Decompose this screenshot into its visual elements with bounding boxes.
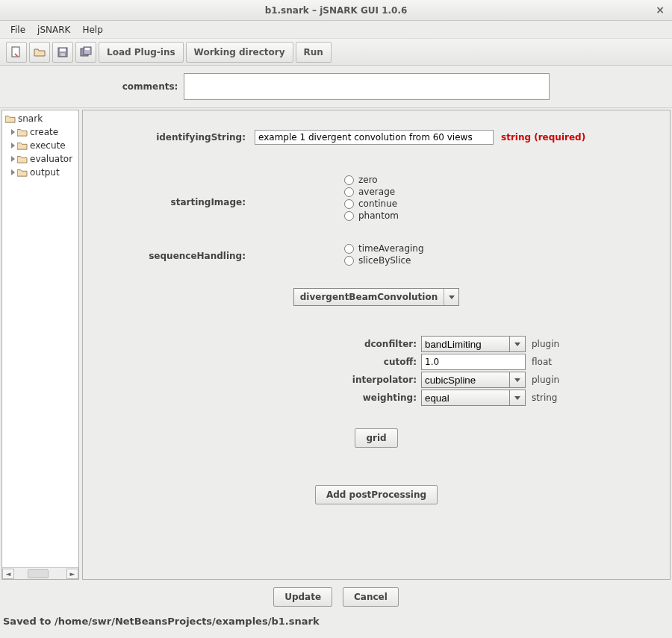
chevron-down-icon — [509, 390, 526, 406]
chevron-down-icon — [444, 289, 458, 305]
save-button[interactable] — [52, 42, 73, 63]
menu-help[interactable]: Help — [78, 23, 107, 37]
save-icon — [57, 46, 69, 58]
radio-time-averaging[interactable]: timeAveraging — [344, 243, 424, 254]
identifying-string-input[interactable] — [255, 130, 494, 145]
starting-image-group: zero average continue phantom — [344, 175, 399, 221]
menu-file[interactable]: File — [6, 23, 30, 37]
title-bar: b1.snark – jSNARK GUI 1.0.6 × — [0, 0, 672, 21]
svg-rect-6 — [85, 48, 90, 50]
weighting-label: weighting: — [182, 393, 421, 403]
expand-icon — [11, 129, 15, 135]
menu-jsnark[interactable]: jSNARK — [33, 23, 75, 37]
new-file-button[interactable] — [6, 42, 27, 63]
tree-item-create[interactable]: create — [4, 125, 77, 139]
radio-zero[interactable]: zero — [344, 175, 399, 185]
tree-pane: snark create execute evaluator output — [1, 110, 79, 580]
comments-row: comments: — [0, 66, 672, 107]
folder-icon — [17, 141, 28, 150]
radio-slice-by-slice[interactable]: sliceBySlice — [344, 255, 424, 266]
grid-button[interactable]: grid — [355, 428, 397, 448]
folder-icon — [17, 128, 28, 137]
save-as-button[interactable] — [75, 42, 96, 63]
tree-item-output[interactable]: output — [4, 166, 77, 179]
folder-icon — [5, 114, 16, 123]
weighting-select[interactable]: equal — [421, 390, 526, 406]
sequence-handling-group: timeAveraging sliceBySlice — [344, 243, 424, 266]
save-as-icon — [80, 46, 92, 58]
sequence-handling-label: sequenceHandling: — [90, 243, 255, 261]
working-directory-button[interactable]: Working directory — [186, 42, 293, 63]
chevron-down-icon — [509, 372, 526, 388]
folder-icon — [17, 168, 28, 177]
expand-icon — [11, 143, 15, 148]
chevron-down-icon — [509, 336, 526, 352]
dconfilter-type: plugin — [526, 339, 570, 349]
main-split: snark create execute evaluator output — [0, 107, 672, 581]
menu-bar: File jSNARK Help — [0, 21, 672, 39]
tree-item-execute[interactable]: execute — [4, 139, 77, 152]
radio-continue[interactable]: continue — [344, 198, 399, 209]
interpolator-select[interactable]: cubicSpline — [421, 372, 526, 388]
cutoff-input[interactable] — [421, 354, 526, 370]
tree-root[interactable]: snark — [4, 112, 77, 125]
interpolator-type: plugin — [526, 375, 570, 385]
toolbar: Load Plug-ins Working directory Run — [0, 39, 672, 66]
update-button[interactable]: Update — [273, 587, 332, 607]
tree-item-evaluator[interactable]: evaluator — [4, 152, 77, 166]
scroll-left-icon[interactable]: ◄ — [2, 569, 14, 579]
horizontal-scrollbar[interactable]: ◄ ► — [2, 567, 78, 579]
window-title: b1.snark – jSNARK GUI 1.0.6 — [265, 5, 408, 16]
required-note: string (required) — [501, 132, 585, 143]
radio-phantom[interactable]: phantom — [344, 210, 399, 221]
dconfilter-label: dconfilter: — [182, 339, 421, 349]
algorithm-value: divergentBeamConvolution — [294, 292, 444, 302]
folder-icon — [17, 154, 28, 163]
interpolator-label: interpolator: — [182, 375, 421, 385]
identifying-string-label: identifyingString: — [90, 132, 255, 143]
svg-rect-3 — [60, 53, 65, 56]
comments-input[interactable] — [184, 73, 550, 100]
close-icon[interactable]: × — [656, 4, 665, 16]
new-file-icon — [10, 46, 22, 58]
cutoff-label: cutoff: — [182, 357, 421, 367]
form-pane: identifyingString: string (required) sta… — [82, 110, 671, 580]
dialog-buttons: Update Cancel — [0, 581, 672, 613]
open-file-button[interactable] — [29, 42, 50, 63]
algorithm-select[interactable]: divergentBeamConvolution — [293, 288, 459, 306]
expand-icon — [11, 156, 15, 162]
load-plugins-button[interactable]: Load Plug-ins — [99, 42, 184, 63]
radio-average[interactable]: average — [344, 187, 399, 197]
cancel-button[interactable]: Cancel — [343, 587, 399, 607]
expand-icon — [11, 169, 15, 175]
folder-open-icon — [34, 46, 46, 58]
run-button[interactable]: Run — [296, 42, 332, 63]
scrollbar-thumb[interactable] — [28, 569, 49, 578]
svg-rect-2 — [60, 49, 66, 51]
status-bar: Saved to /home/swr/NetBeansProjects/exam… — [0, 613, 672, 630]
weighting-type: string — [526, 393, 570, 403]
comments-label: comments: — [122, 81, 178, 92]
dconfilter-select[interactable]: bandLimiting — [421, 336, 526, 352]
scroll-right-icon[interactable]: ► — [66, 569, 78, 579]
parameter-grid: dconfilter: bandLimiting plugin cutoff: … — [90, 336, 662, 406]
cutoff-type: float — [526, 357, 570, 367]
add-postprocessing-button[interactable]: Add postProcessing — [315, 485, 438, 504]
starting-image-label: startingImage: — [90, 175, 255, 207]
